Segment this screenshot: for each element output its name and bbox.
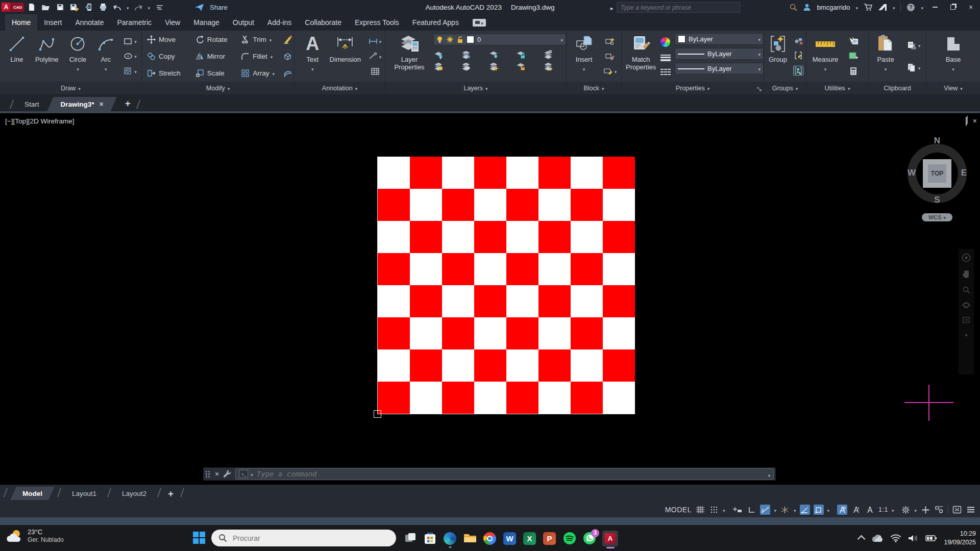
- checker-cell[interactable]: [410, 221, 442, 253]
- block-panel-footer[interactable]: Block: [567, 82, 621, 94]
- tab-layout1[interactable]: Layout1: [64, 487, 105, 500]
- tab-featured-apps[interactable]: Featured Apps: [406, 14, 465, 31]
- tab-express-tools[interactable]: Express Tools: [348, 14, 406, 31]
- checker-cell[interactable]: [442, 221, 474, 253]
- help-dropdown-caret-icon[interactable]: [921, 4, 923, 11]
- redo-icon[interactable]: [134, 3, 143, 12]
- checker-cell[interactable]: [410, 285, 442, 317]
- edge-icon[interactable]: [443, 532, 457, 545]
- command-input-field[interactable]: >_: [235, 468, 774, 480]
- checker-cell[interactable]: [538, 221, 571, 253]
- layers-panel-footer[interactable]: Layers: [385, 82, 566, 94]
- select-similar-icon[interactable]: [848, 52, 859, 60]
- checker-cell[interactable]: [603, 253, 635, 285]
- grid-display-icon[interactable]: [695, 505, 705, 515]
- gear-caret-icon[interactable]: [914, 506, 917, 514]
- paste-button[interactable]: Paste: [873, 31, 898, 82]
- taskbar-search[interactable]: [211, 530, 396, 546]
- paste-caret-icon[interactable]: [885, 65, 887, 73]
- annotation-monitor-icon[interactable]: [837, 505, 847, 515]
- object-snap-icon[interactable]: [814, 505, 824, 515]
- undo-icon[interactable]: [112, 3, 122, 12]
- checker-cell[interactable]: [474, 317, 506, 349]
- navbar-caret-icon[interactable]: [965, 331, 968, 338]
- tab-manage[interactable]: Manage: [187, 14, 226, 31]
- layer-lock-icon[interactable]: [516, 49, 538, 59]
- fullscreen-icon[interactable]: [952, 505, 962, 515]
- autodesk-dropdown-caret-icon[interactable]: [893, 4, 895, 11]
- checker-cell[interactable]: [442, 253, 474, 285]
- status-menu-icon[interactable]: [966, 505, 976, 515]
- ortho-mode-icon[interactable]: [746, 505, 756, 515]
- checker-cell[interactable]: [538, 349, 571, 382]
- table-icon[interactable]: [371, 68, 379, 75]
- checker-cell[interactable]: [506, 285, 538, 317]
- checker-cell[interactable]: [538, 253, 571, 285]
- checker-cell[interactable]: [442, 382, 474, 414]
- lineweight-icon[interactable]: [660, 55, 671, 61]
- autocad-taskbar-icon[interactable]: A: [602, 531, 618, 546]
- orbit-icon[interactable]: [962, 301, 970, 309]
- qat-customize-icon[interactable]: [155, 3, 164, 12]
- rectangle-caret-icon[interactable]: [134, 37, 137, 45]
- checker-cell[interactable]: [603, 382, 635, 414]
- checker-cell[interactable]: [506, 189, 538, 221]
- checker-cell[interactable]: [571, 157, 603, 189]
- layer-merge-icon[interactable]: [543, 61, 566, 71]
- wifi-icon[interactable]: [891, 534, 901, 542]
- viewport-close-icon[interactable]: [973, 117, 977, 125]
- layer-match-icon[interactable]: [461, 49, 484, 59]
- powerpoint-icon[interactable]: P: [543, 532, 556, 545]
- checker-cell[interactable]: [410, 349, 442, 382]
- checker-cell[interactable]: [442, 285, 474, 317]
- checker-cell[interactable]: [378, 285, 410, 317]
- wcs-dropdown[interactable]: WCS: [922, 213, 952, 221]
- insert-caret-icon[interactable]: [583, 65, 585, 73]
- taskbar-clock[interactable]: 10:29 19/09/2025: [944, 530, 976, 546]
- checker-cell[interactable]: [571, 189, 603, 221]
- array-caret-icon[interactable]: [273, 69, 275, 77]
- arc-button[interactable]: Arc: [92, 31, 119, 82]
- properties-panel-footer[interactable]: Properties: [622, 82, 764, 94]
- checker-cell[interactable]: [506, 157, 538, 189]
- leader-caret-icon[interactable]: [379, 53, 382, 60]
- isometric-drafting-icon[interactable]: [780, 505, 790, 515]
- group-selection-toggle-icon[interactable]: [793, 66, 803, 76]
- clean-screen-icon[interactable]: [920, 505, 930, 515]
- copy-button[interactable]: Copy: [147, 48, 193, 65]
- checker-cell[interactable]: [603, 157, 635, 189]
- layer-isolate-icon[interactable]: [433, 49, 456, 59]
- viewcube-face[interactable]: TOP: [923, 159, 951, 188]
- utilities-panel-footer[interactable]: Utilities: [806, 82, 868, 94]
- checker-cell[interactable]: [410, 189, 442, 221]
- model-space-toggle[interactable]: MODEL: [665, 506, 692, 514]
- properties-dialog-launcher-icon[interactable]: [757, 87, 762, 92]
- file-tab-close-icon[interactable]: [100, 101, 104, 108]
- linear-dimension-caret-icon[interactable]: [379, 37, 382, 45]
- annotation-visibility-icon[interactable]: [851, 505, 861, 515]
- checker-cell[interactable]: [506, 382, 538, 414]
- view-panel-footer[interactable]: View: [926, 82, 980, 94]
- checker-cell[interactable]: [410, 157, 442, 189]
- polar-caret-icon[interactable]: [774, 506, 776, 514]
- text-button[interactable]: A Text: [300, 31, 325, 82]
- layer-properties-button[interactable]: Layer Properties: [389, 31, 429, 82]
- viewcube-west[interactable]: W: [908, 168, 916, 178]
- layer-dropdown[interactable]: 0: [433, 34, 566, 45]
- checker-cell[interactable]: [378, 349, 410, 382]
- tab-home[interactable]: Home: [5, 14, 37, 31]
- checker-cell[interactable]: [506, 349, 538, 382]
- lineweight-dropdown[interactable]: ByLayer: [675, 48, 764, 60]
- taskbar-search-input[interactable]: [232, 534, 336, 543]
- excel-icon[interactable]: X: [523, 532, 536, 545]
- start-button[interactable]: [193, 532, 205, 544]
- polar-tracking-icon[interactable]: [760, 505, 770, 515]
- spotify-icon[interactable]: [562, 532, 576, 545]
- viewport-restore-icon[interactable]: [966, 117, 967, 125]
- stretch-button[interactable]: Stretch: [147, 65, 193, 82]
- tab-parametric[interactable]: Parametric: [110, 14, 158, 31]
- checker-cell[interactable]: [506, 253, 538, 285]
- volume-icon[interactable]: [908, 534, 918, 542]
- checker-cell[interactable]: [603, 285, 635, 317]
- command-customize-icon[interactable]: [223, 470, 231, 478]
